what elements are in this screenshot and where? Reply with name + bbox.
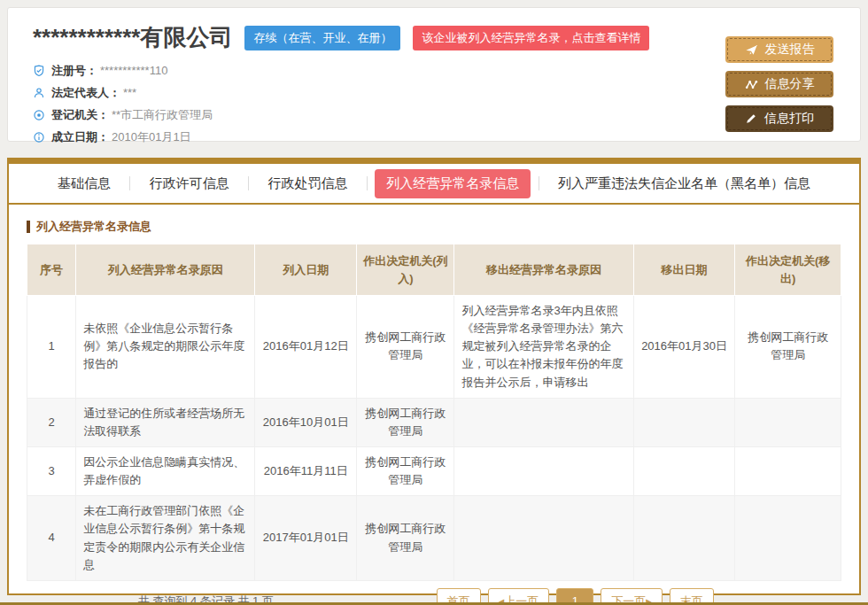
info-field-value: 2010年01月1日 [112, 129, 191, 145]
tab-item-2[interactable]: 行政处罚信息 [257, 169, 360, 198]
company-info-list: 注册号：***********110法定代表人：***登记机关：**市工商行政管… [33, 59, 835, 148]
tab-divider [539, 176, 539, 190]
registration-number-icon [33, 65, 51, 77]
table-cell [735, 398, 841, 446]
table-cell: 携创网工商行政管理局 [357, 496, 454, 581]
share-info-button[interactable]: 信息分享 [725, 71, 833, 97]
table-cell [633, 398, 735, 446]
section-title-text: 列入经营异常名录信息 [36, 219, 151, 235]
abnormal-records-table: 序号列入经营异常名录原因列入日期作出决定机关(列入)移出经营异常名录原因移出日期… [27, 244, 841, 581]
table-cell: 携创网工商行政管理局 [357, 296, 454, 399]
info-field-label: 法定代表人： [51, 85, 120, 101]
table-cell: 未在工商行政管理部门依照《企业信息公示暂行条例》第十条规定责令的期限内公示有关企… [76, 496, 255, 581]
table-cell: 因公示企业信息隐瞒真实情况、弄虚作假的 [76, 446, 255, 495]
column-header: 移出日期 [633, 244, 735, 296]
page: ************有限公司 存续（在营、开业、在册） 该企业被列入经营异常… [0, 0, 868, 605]
table-cell: 2016年10月01日 [255, 398, 357, 446]
info-field: 成立日期：2010年01月1日 [33, 126, 835, 148]
table-cell [735, 496, 841, 581]
table-header-row: 序号列入经营异常名录原因列入日期作出决定机关(列入)移出经营异常名录原因移出日期… [27, 244, 841, 296]
column-header: 作出决定机关(列入) [357, 244, 454, 296]
table-cell: 未依照《企业信息公示暂行条例》第八条规定的期限公示年度报告的 [76, 296, 255, 399]
action-button-label: 发送报告 [765, 42, 815, 58]
info-field-label: 注册号： [51, 63, 97, 79]
table-cell: 携创网工商行政管理局 [735, 296, 841, 399]
abnormal-alert-badge[interactable]: 该企业被列入经营异常名录，点击查看详情 [413, 26, 649, 50]
company-header-card: ************有限公司 存续（在营、开业、在册） 该企业被列入经营异常… [7, 7, 861, 142]
establish-date-icon [33, 131, 51, 143]
tab-divider [129, 176, 130, 190]
table-cell [633, 446, 735, 495]
table-cell [633, 496, 735, 581]
tab-item-0[interactable]: 基础信息 [46, 169, 122, 198]
tab-bar: 基础信息行政许可信息行政处罚信息列入经营异常名录信息列入严重违法失信企业名单（黑… [9, 164, 859, 205]
table-cell: 2016年01月12日 [255, 296, 357, 399]
table-cell: 列入经营异常名录3年内且依照《经营异常名录管理办法》第六规定被列入经营异常名录的… [454, 296, 633, 399]
main-panel: 基础信息行政许可信息行政处罚信息列入经营异常名录信息列入严重违法失信企业名单（黑… [7, 158, 861, 595]
table-cell: 2 [27, 398, 76, 446]
table-row: 1未依照《企业信息公示暂行条例》第八条规定的期限公示年度报告的2016年01月1… [27, 296, 841, 399]
table-cell: 通过登记的住所或者经营场所无法取得联系 [76, 398, 255, 446]
info-field-value: *** [123, 86, 136, 99]
table-cell: 4 [27, 496, 76, 581]
panel-content: 列入经营异常名录信息 序号列入经营异常名录原因列入日期作出决定机关(列入)移出经… [9, 205, 859, 605]
info-field: 登记机关：**市工商行政管理局 [33, 104, 835, 126]
share-nodes-icon [745, 78, 758, 91]
tab-item-3[interactable]: 列入经营异常名录信息 [375, 169, 531, 198]
table-cell: 2017年01月01日 [255, 496, 357, 581]
info-field-value: **市工商行政管理局 [112, 107, 213, 123]
tab-item-4[interactable]: 列入严重违法失信企业名单（黑名单）信息 [546, 169, 822, 198]
info-field-value: ***********110 [100, 64, 167, 77]
paper-plane-icon [745, 43, 758, 57]
action-button-label: 信息打印 [764, 111, 814, 127]
registry-authority-icon [33, 109, 51, 121]
table-cell: 3 [27, 446, 76, 495]
info-field: 法定代表人：*** [33, 81, 835, 104]
tab-divider [248, 176, 249, 190]
table-row: 4未在工商行政管理部门依照《企业信息公示暂行条例》第十条规定责令的期限内公示有关… [27, 496, 841, 581]
section-title-marker-icon [27, 221, 30, 233]
table-cell: 2016年11月11日 [255, 446, 357, 495]
tab-item-1[interactable]: 行政许可信息 [138, 169, 241, 198]
company-name: ************有限公司 [33, 24, 232, 51]
header-action-buttons: 发送报告信息分享信息打印 [725, 36, 833, 132]
print-info-button[interactable]: 信息打印 [725, 105, 833, 132]
send-report-button[interactable]: 发送报告 [725, 36, 833, 63]
table-cell: 1 [27, 296, 76, 399]
tab-divider [367, 176, 368, 190]
pencil-icon [745, 112, 757, 125]
table-cell: 2016年01月30日 [633, 296, 735, 399]
column-header: 序号 [27, 244, 76, 296]
column-header: 列入经营异常名录原因 [76, 244, 255, 296]
table-cell [454, 446, 633, 495]
action-button-label: 信息分享 [765, 76, 815, 92]
pagination-row: 共 查询到 4 条记录 共 1 页 首页◂上一页1下一页▸末页 [27, 581, 841, 605]
table-cell [454, 398, 633, 446]
table-row: 2通过登记的住所或者经营场所无法取得联系2016年10月01日携创网工商行政管理… [27, 398, 841, 446]
table-cell [454, 496, 633, 581]
legal-person-icon [33, 87, 51, 99]
status-badge: 存续（在营、开业、在册） [244, 26, 400, 50]
table-row: 3因公示企业信息隐瞒真实情况、弄虚作假的2016年11月11日携创网工商行政管理… [27, 446, 841, 495]
company-title-row: ************有限公司 存续（在营、开业、在册） 该企业被列入经营异常… [33, 24, 835, 51]
info-field-label: 成立日期： [51, 129, 109, 145]
table-cell [735, 446, 841, 495]
table-cell: 携创网工商行政管理局 [357, 446, 454, 495]
section-title: 列入经营异常名录信息 [27, 219, 841, 235]
info-field-label: 登记机关： [51, 107, 109, 123]
table-cell: 携创网工商行政管理局 [357, 398, 454, 446]
column-header: 作出决定机关(移出) [735, 244, 841, 296]
column-header: 列入日期 [255, 244, 357, 296]
column-header: 移出经营异常名录原因 [454, 244, 633, 296]
info-field: 注册号：***********110 [33, 59, 835, 81]
